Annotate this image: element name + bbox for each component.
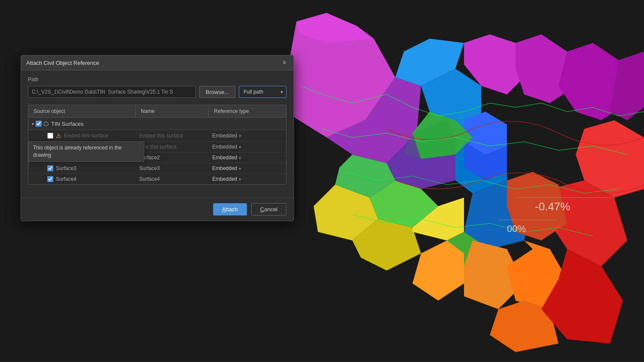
tin-surfaces-checkbox[interactable] [36, 121, 42, 127]
warning-text: This object is already referenced in the… [33, 145, 122, 158]
row2-chevron[interactable]: ▾ [239, 145, 241, 149]
row4-name: Surface3 [136, 163, 209, 173]
row1-reftype: Embedded ▾ [209, 131, 286, 141]
svg-text:00%: 00% [507, 223, 526, 234]
row1-reftype-label: Embedded [212, 133, 237, 139]
row5-reftype-label: Embedded [212, 176, 237, 182]
row3-reftype: Embedded ▾ [209, 152, 286, 163]
close-button[interactable]: × [281, 59, 288, 67]
row1-checkbox[interactable] [47, 133, 53, 139]
expand-icon[interactable]: ▾ [32, 122, 34, 126]
col-name: Name [136, 105, 209, 117]
row1-name: Embed this surface [136, 131, 209, 141]
fullpath-select-wrapper[interactable]: Full path Relative path No path [239, 86, 287, 98]
table-header: Source object Name Reference type [28, 105, 286, 118]
warning-tooltip: This object is already referenced in the… [28, 141, 144, 162]
row4-source: Surface3 [28, 163, 136, 173]
svg-text:-0.47%: -0.47% [535, 200, 570, 213]
row5-chevron[interactable]: ▾ [239, 177, 241, 182]
warning-icon: ⚠ [56, 132, 61, 139]
col-source: Source object [28, 105, 136, 117]
table-row: Surface4 Surface4 Embedded ▾ [28, 174, 286, 184]
path-row: Browse... Full path Relative path No pat… [28, 86, 287, 98]
row5-checkbox[interactable] [47, 176, 53, 182]
row5-reftype: Embedded ▾ [209, 174, 286, 184]
fullpath-select[interactable]: Full path Relative path No path [239, 86, 287, 98]
browse-button[interactable]: Browse... [199, 86, 235, 98]
tin-surfaces-label: TIN Surfaces [51, 121, 84, 127]
surfaces-icon: ⬡ [43, 120, 49, 127]
dialog-titlebar: Attach Civil Object Reference × [21, 55, 293, 70]
group-cell-name [136, 121, 209, 126]
group-row-tin-surfaces: ▾ ⬡ TIN Surfaces [28, 118, 286, 130]
group-cell-source: ▾ ⬡ TIN Surfaces [28, 118, 136, 130]
path-input[interactable] [28, 86, 196, 98]
row4-reftype: Embedded ▾ [209, 163, 286, 173]
attach-button[interactable]: Attach [213, 203, 247, 216]
row1-chevron[interactable]: ▾ [239, 134, 241, 138]
col-reftype: Reference type [209, 105, 286, 117]
attach-label: Attach [222, 206, 238, 213]
table-row: Surface3 Surface3 Embedded ▾ [28, 163, 286, 174]
row2-name: Link this surface. [136, 142, 209, 152]
row3-chevron[interactable]: ▾ [239, 155, 241, 160]
cancel-label: Cancel [260, 206, 278, 213]
row4-checkbox[interactable] [47, 165, 53, 171]
row1-source: ⚠ Embed this surface [28, 130, 136, 141]
attach-dialog[interactable]: Attach Civil Object Reference × Path Bro… [21, 55, 294, 221]
row2-reftype: Embedded ▾ [209, 142, 286, 152]
row5-name: Surface4 [136, 174, 209, 184]
row3-name: Surface2 [136, 152, 209, 163]
browse-label: Browse... [206, 89, 229, 95]
cancel-button[interactable]: Cancel [251, 203, 287, 216]
row5-source-label: Surface4 [56, 176, 76, 182]
row5-source: Surface4 [28, 174, 136, 184]
row4-reftype-label: Embedded [212, 165, 237, 171]
row2-reftype-label: Embedded [212, 144, 237, 150]
objects-table: Source object Name Reference type ▾ ⬡ TI… [28, 105, 287, 185]
row4-source-label: Surface3 [56, 165, 76, 171]
dialog-body: Path Browse... Full path Relative path N… [21, 70, 293, 191]
row1-source-label: Embed this surface [64, 133, 108, 139]
row4-chevron[interactable]: ▾ [239, 166, 241, 171]
table-body: ▾ ⬡ TIN Surfaces ⚠ Embed thi [28, 118, 286, 184]
dialog-title: Attach Civil Object Reference [26, 60, 99, 66]
path-label: Path [28, 76, 287, 82]
table-row: ⚠ Embed this surface Embed this surface … [28, 130, 286, 142]
row3-reftype-label: Embedded [212, 155, 237, 161]
dialog-footer: Attach Cancel [21, 198, 293, 221]
group-cell-reftype [209, 121, 286, 126]
